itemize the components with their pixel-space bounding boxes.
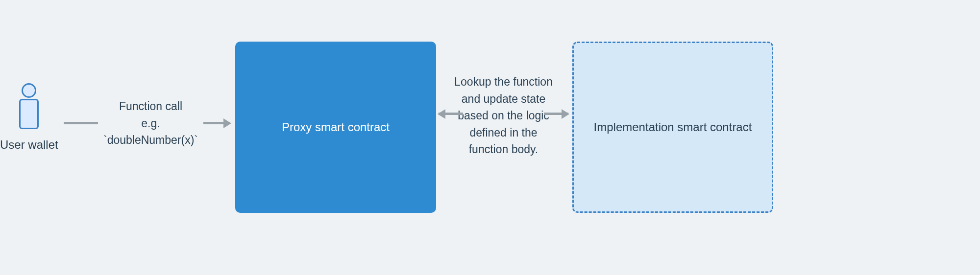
implementation-contract-box: Implementation smart contract — [572, 42, 773, 213]
user-wallet-label: User wallet — [0, 138, 58, 152]
implementation-contract-label: Implementation smart contract — [594, 120, 752, 134]
proxy-pattern-diagram: User wallet Function call e.g. `doubleNu… — [0, 0, 980, 275]
function-call-arrow: Function call e.g. `doubleNumber(x)` — [64, 98, 230, 149]
label-line: `doubleNumber(x)` — [102, 132, 199, 149]
label-line: and update state — [441, 91, 566, 108]
user-icon — [17, 83, 41, 132]
label-line: e.g. — [102, 115, 199, 132]
label-line: based on the logic — [441, 107, 566, 124]
arrow-segment-right — [544, 113, 568, 115]
lookup-label: Lookup the function and update state bas… — [441, 73, 566, 158]
label-line: Lookup the function — [441, 73, 566, 91]
label-line: defined in the — [441, 124, 566, 141]
proxy-contract-box: Proxy smart contract — [235, 42, 436, 213]
user-wallet-node: User wallet — [15, 83, 44, 152]
label-line: Function call — [102, 98, 199, 115]
function-call-label: Function call e.g. `doubleNumber(x)` — [98, 98, 203, 149]
arrow-segment-left — [439, 113, 463, 115]
arrow-segment — [203, 122, 230, 124]
proxy-contract-label: Proxy smart contract — [282, 120, 390, 134]
label-line: function body. — [441, 141, 566, 158]
lookup-arrow: Lookup the function and update state bas… — [441, 73, 566, 161]
arrow-segment — [64, 122, 98, 124]
